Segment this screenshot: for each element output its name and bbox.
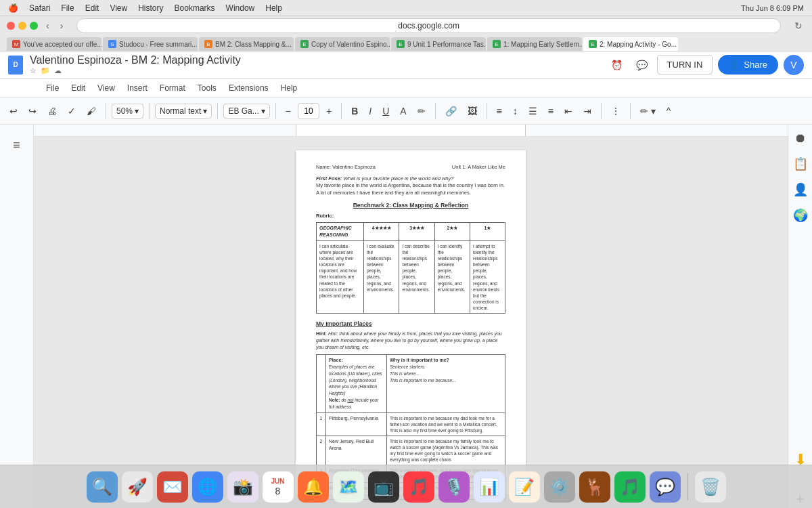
font-size-decrease[interactable]: − bbox=[281, 103, 295, 119]
font-size-increase[interactable]: + bbox=[322, 103, 336, 119]
dock-photos[interactable]: 📸 bbox=[227, 471, 258, 503]
textstyle-dropdown[interactable]: Normal text ▾ bbox=[155, 104, 212, 119]
indent-increase-button[interactable]: ⇥ bbox=[579, 103, 595, 119]
text-color-button[interactable]: A bbox=[396, 103, 410, 119]
image-button[interactable]: 🖼 bbox=[464, 103, 481, 119]
activity-icon[interactable]: ⏺ bbox=[794, 131, 807, 146]
menu-view[interactable]: View bbox=[92, 81, 120, 96]
dock-launchpad[interactable]: 🚀 bbox=[122, 471, 153, 503]
help-menu[interactable]: Help bbox=[265, 3, 282, 13]
rubric-row: I can articulate where places are locate… bbox=[317, 240, 505, 313]
menu-extensions[interactable]: Extensions bbox=[223, 81, 274, 96]
gdocs-title-area: Valentino Espinoza - BM 2: Mapping Activ… bbox=[30, 54, 600, 75]
safari-menu[interactable]: Safari bbox=[29, 3, 50, 13]
window-menu[interactable]: Window bbox=[226, 3, 255, 13]
dock-appletv[interactable]: 📺 bbox=[368, 471, 399, 503]
dock-reminders[interactable]: 🔔 bbox=[298, 471, 329, 503]
spellcheck-button[interactable]: ✓ bbox=[64, 103, 80, 119]
back-button[interactable]: ‹ bbox=[43, 19, 52, 33]
globe-icon[interactable]: 🌍 bbox=[793, 208, 808, 223]
outline-icon[interactable]: ≡ bbox=[10, 135, 23, 155]
dock-deer[interactable]: 🦌 bbox=[579, 471, 610, 503]
bookmarks-menu[interactable]: Bookmarks bbox=[175, 3, 215, 13]
tab-1mapping[interactable]: E 1: Mapping Early Settlem... bbox=[487, 37, 582, 51]
collapse-button[interactable]: ^ bbox=[662, 103, 675, 119]
link-button[interactable]: 🔗 bbox=[441, 103, 461, 119]
file-menu[interactable]: File bbox=[61, 3, 74, 13]
font-dropdown[interactable]: EB Ga... ▾ bbox=[223, 104, 269, 119]
menu-tools[interactable]: Tools bbox=[192, 81, 222, 96]
tab-2mapping[interactable]: E 2: Mapping Activity - Go... bbox=[583, 37, 678, 51]
menu-insert[interactable]: Insert bbox=[122, 81, 153, 96]
document-title[interactable]: Valentino Espinoza - BM 2: Mapping Activ… bbox=[30, 54, 600, 66]
first-fose: First Fose: What is your favorite place … bbox=[316, 175, 505, 197]
dock-maps[interactable]: 🗺️ bbox=[333, 471, 364, 503]
align-button[interactable]: ≡ bbox=[493, 103, 506, 119]
comments-button[interactable]: 💬 bbox=[632, 57, 652, 73]
linespacing-button[interactable]: ↕ bbox=[509, 103, 522, 119]
print-button[interactable]: 🖨 bbox=[43, 103, 61, 119]
underline-button[interactable]: U bbox=[378, 103, 393, 119]
dock-numbers[interactable]: 📊 bbox=[474, 471, 505, 503]
folder-icon[interactable]: 📁 bbox=[41, 66, 50, 75]
dock-pages[interactable]: 📝 bbox=[509, 471, 540, 503]
history-menu[interactable]: History bbox=[138, 3, 163, 13]
minimize-button[interactable] bbox=[18, 22, 26, 30]
tab-copy[interactable]: E Copy of Valentino Espino... bbox=[295, 37, 390, 51]
highlight-button[interactable]: ✏ bbox=[413, 103, 430, 119]
share-button[interactable]: 👤 Share bbox=[718, 55, 778, 75]
indent-decrease-button[interactable]: ⇤ bbox=[560, 103, 577, 119]
zoom-dropdown[interactable]: 50% ▾ bbox=[112, 104, 143, 119]
dock-systemprefs[interactable]: ⚙️ bbox=[544, 471, 575, 503]
tab-studocu[interactable]: S Studocu - Free summari... bbox=[103, 37, 198, 51]
address-bar[interactable]: docs.google.com bbox=[76, 18, 781, 33]
clipboard-icon[interactable]: 📋 bbox=[793, 156, 808, 171]
more-options-button[interactable]: ⋮ bbox=[607, 103, 625, 119]
tab-bm2[interactable]: B BM 2: Class Mapping &... bbox=[199, 37, 294, 51]
cloud-icon[interactable]: ☁ bbox=[54, 66, 62, 75]
fullscreen-button[interactable] bbox=[30, 22, 38, 30]
toolbar-separator-6 bbox=[435, 103, 436, 119]
browser-nav: ‹ › docs.google.com ↻ bbox=[0, 16, 812, 35]
menu-help[interactable]: Help bbox=[275, 81, 303, 96]
dock-spotify[interactable]: 🎵 bbox=[614, 471, 646, 503]
dock-safari[interactable]: 🌐 bbox=[192, 471, 223, 503]
view-menu[interactable]: View bbox=[110, 3, 127, 13]
menu-file[interactable]: File bbox=[41, 81, 64, 96]
dock-podcasts[interactable]: 🎙️ bbox=[438, 471, 470, 503]
tab-mail[interactable]: M You've accepted our offe... bbox=[7, 37, 102, 51]
edit-menu[interactable]: Edit bbox=[85, 3, 99, 13]
italic-button[interactable]: I bbox=[365, 103, 376, 119]
menu-format[interactable]: Format bbox=[154, 81, 191, 96]
edit-mode-button[interactable]: ✏ ▾ bbox=[636, 103, 660, 119]
rubric-table: GEOGRAPHICREASONING 4★★★★ 3★★★ 2★★ 1★ I … bbox=[316, 222, 505, 314]
bold-button[interactable]: B bbox=[347, 103, 362, 119]
close-button[interactable] bbox=[7, 22, 15, 30]
menu-edit[interactable]: Edit bbox=[66, 81, 91, 96]
dock-calendar[interactable]: JUN 8 bbox=[263, 471, 294, 503]
dock-mail[interactable]: ✉️ bbox=[157, 471, 188, 503]
reload-button[interactable]: ↻ bbox=[792, 19, 805, 33]
star-icon[interactable]: ☆ bbox=[30, 66, 37, 75]
traffic-lights[interactable] bbox=[7, 22, 38, 30]
font-size-input[interactable] bbox=[298, 103, 319, 119]
dock-trash[interactable]: 🗑️ bbox=[695, 471, 726, 503]
tab-9unit[interactable]: E 9 Unit 1 Performance Tas... bbox=[391, 37, 486, 51]
apple-icon[interactable]: 🍎 bbox=[8, 3, 18, 13]
dock-finder[interactable]: 🔍 bbox=[87, 471, 118, 503]
numberedlist-button[interactable]: ≡ bbox=[544, 103, 558, 119]
turn-in-button[interactable]: TURN IN bbox=[657, 55, 713, 75]
student-name: Name: Valentino Espinoza bbox=[316, 164, 376, 171]
dock-discord[interactable]: 💬 bbox=[650, 471, 681, 503]
paint-format-button[interactable]: 🖌 bbox=[83, 103, 100, 119]
person-icon[interactable]: 👤 bbox=[793, 182, 808, 197]
history-button[interactable]: ⏰ bbox=[607, 57, 627, 73]
avatar[interactable]: V bbox=[784, 55, 804, 75]
undo-button[interactable]: ↩ bbox=[5, 103, 22, 119]
list-button[interactable]: ☰ bbox=[524, 103, 541, 119]
9unit-favicon: E bbox=[397, 40, 405, 48]
forward-button[interactable]: › bbox=[58, 19, 66, 33]
document-scroll[interactable]: Name: Valentino Espinoza Unit 1: A Maker… bbox=[34, 137, 788, 508]
redo-button[interactable]: ↪ bbox=[24, 103, 41, 119]
dock-music[interactable]: 🎵 bbox=[403, 471, 434, 503]
